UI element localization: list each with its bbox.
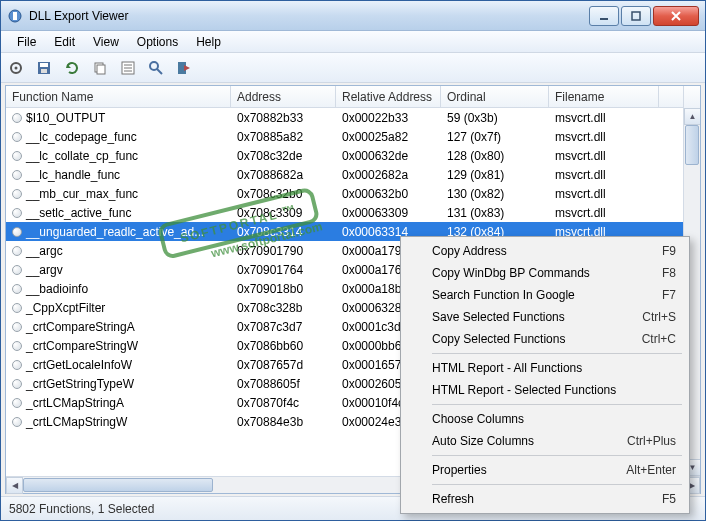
cell-relative: 0x00063309 — [336, 205, 441, 221]
properties-icon[interactable] — [119, 59, 137, 77]
col-ordinal[interactable]: Ordinal — [441, 86, 549, 107]
menu-item-label: Choose Columns — [432, 412, 676, 426]
context-menu-item[interactable]: PropertiesAlt+Enter — [404, 459, 686, 481]
cell-function-name: _crtLCMapStringW — [26, 415, 127, 429]
find-icon[interactable] — [147, 59, 165, 77]
cell-ordinal: 128 (0x80) — [441, 148, 549, 164]
context-menu-item[interactable]: Save Selected FunctionsCtrl+S — [404, 306, 686, 328]
table-row[interactable]: __mb_cur_max_func0x708c32b00x000632b0130… — [6, 184, 683, 203]
gear-icon[interactable] — [7, 59, 25, 77]
maximize-button[interactable] — [621, 6, 651, 26]
cell-address: 0x70870f4c — [231, 395, 336, 411]
function-icon — [12, 246, 22, 256]
context-menu-item[interactable]: Choose Columns — [404, 408, 686, 430]
function-icon — [12, 265, 22, 275]
function-icon — [12, 322, 22, 332]
cell-function-name: _crtGetLocaleInfoW — [26, 358, 132, 372]
menu-bar: File Edit View Options Help — [1, 31, 705, 53]
cell-address: 0x7086bb60 — [231, 338, 336, 354]
table-row[interactable]: __lc_handle_func0x7088682a0x0002682a129 … — [6, 165, 683, 184]
menu-item-label: HTML Report - Selected Functions — [432, 383, 676, 397]
context-menu-item[interactable]: Copy AddressF9 — [404, 240, 686, 262]
exit-icon[interactable] — [175, 59, 193, 77]
menu-item-shortcut: F9 — [662, 244, 676, 258]
cell-relative: 0x000632b0 — [336, 186, 441, 202]
cell-filename: msvcrt.dll — [549, 186, 659, 202]
table-row[interactable]: __setlc_active_func0x708c33090x000633091… — [6, 203, 683, 222]
menu-item-shortcut: Alt+Enter — [626, 463, 676, 477]
menu-file[interactable]: File — [9, 32, 44, 52]
function-icon — [12, 303, 22, 313]
context-menu-item[interactable]: RefreshF5 — [404, 488, 686, 510]
context-menu-item[interactable]: Auto Size ColumnsCtrl+Plus — [404, 430, 686, 452]
svg-point-5 — [15, 66, 18, 69]
table-row[interactable]: __lc_collate_cp_func0x708c32de0x000632de… — [6, 146, 683, 165]
status-text: 5802 Functions, 1 Selected — [9, 502, 154, 516]
menu-item-label: Properties — [432, 463, 626, 477]
context-menu-item[interactable]: Search Function In GoogleF7 — [404, 284, 686, 306]
cell-address: 0x7088605f — [231, 376, 336, 392]
menu-item-label: Copy Address — [432, 244, 662, 258]
cell-address: 0x708c3309 — [231, 205, 336, 221]
cell-function-name: _crtGetStringTypeW — [26, 377, 134, 391]
cell-filename: msvcrt.dll — [549, 205, 659, 221]
col-filename[interactable]: Filename — [549, 86, 659, 107]
cell-ordinal: 131 (0x83) — [441, 205, 549, 221]
refresh-icon[interactable] — [63, 59, 81, 77]
function-icon — [12, 113, 22, 123]
cell-function-name: _crtCompareStringA — [26, 320, 135, 334]
col-relative-address[interactable]: Relative Address — [336, 86, 441, 107]
close-button[interactable] — [653, 6, 699, 26]
context-menu: Copy AddressF9Copy WinDbg BP CommandsF8S… — [400, 236, 690, 514]
table-row[interactable]: $I10_OUTPUT0x70882b330x00022b3359 (0x3b)… — [6, 108, 683, 127]
copy-icon[interactable] — [91, 59, 109, 77]
menu-item-shortcut: F8 — [662, 266, 676, 280]
table-row[interactable]: __lc_codepage_func0x70885a820x00025a8212… — [6, 127, 683, 146]
menu-item-label: Save Selected Functions — [432, 310, 642, 324]
function-icon — [12, 208, 22, 218]
function-icon — [12, 284, 22, 294]
save-icon[interactable] — [35, 59, 53, 77]
function-icon — [12, 417, 22, 427]
context-menu-item[interactable]: HTML Report - All Functions — [404, 357, 686, 379]
menu-edit[interactable]: Edit — [46, 32, 83, 52]
cell-function-name: __argc — [26, 244, 63, 258]
titlebar[interactable]: DLL Export Viewer — [1, 1, 705, 31]
cell-function-name: __argv — [26, 263, 63, 277]
menu-item-shortcut: F5 — [662, 492, 676, 506]
context-menu-item[interactable]: HTML Report - Selected Functions — [404, 379, 686, 401]
cell-function-name: __badioinfo — [26, 282, 88, 296]
cell-function-name: $I10_OUTPUT — [26, 111, 105, 125]
menu-item-shortcut: Ctrl+Plus — [627, 434, 676, 448]
function-icon — [12, 379, 22, 389]
scroll-left-arrow[interactable]: ◀ — [6, 477, 23, 494]
scroll-thumb-h[interactable] — [23, 478, 213, 492]
cell-function-name: _crtLCMapStringA — [26, 396, 124, 410]
function-icon — [12, 398, 22, 408]
cell-function-name: __lc_collate_cp_func — [26, 149, 138, 163]
menu-help[interactable]: Help — [188, 32, 229, 52]
minimize-button[interactable] — [589, 6, 619, 26]
cell-function-name: _CppXcptFilter — [26, 301, 105, 315]
cell-relative: 0x00025a82 — [336, 129, 441, 145]
cell-function-name: __lc_codepage_func — [26, 130, 137, 144]
cell-ordinal: 130 (0x82) — [441, 186, 549, 202]
menu-view[interactable]: View — [85, 32, 127, 52]
col-function-name[interactable]: Function Name — [6, 86, 231, 107]
cell-function-name: __lc_handle_func — [26, 168, 120, 182]
context-menu-item[interactable]: Copy WinDbg BP CommandsF8 — [404, 262, 686, 284]
menu-separator — [432, 353, 682, 354]
cell-address: 0x7087657d — [231, 357, 336, 373]
menu-separator — [432, 455, 682, 456]
svg-rect-7 — [40, 63, 48, 67]
scroll-up-arrow[interactable]: ▲ — [684, 108, 700, 125]
cell-address: 0x708c328b — [231, 300, 336, 316]
scroll-thumb-v[interactable] — [685, 125, 699, 165]
context-menu-item[interactable]: Copy Selected FunctionsCtrl+C — [404, 328, 686, 350]
col-address[interactable]: Address — [231, 86, 336, 107]
cell-function-name: __unguarded_readlc_active_ad... — [26, 225, 204, 239]
menu-options[interactable]: Options — [129, 32, 186, 52]
menu-item-shortcut: Ctrl+S — [642, 310, 676, 324]
cell-ordinal: 59 (0x3b) — [441, 110, 549, 126]
svg-rect-1 — [13, 12, 17, 20]
